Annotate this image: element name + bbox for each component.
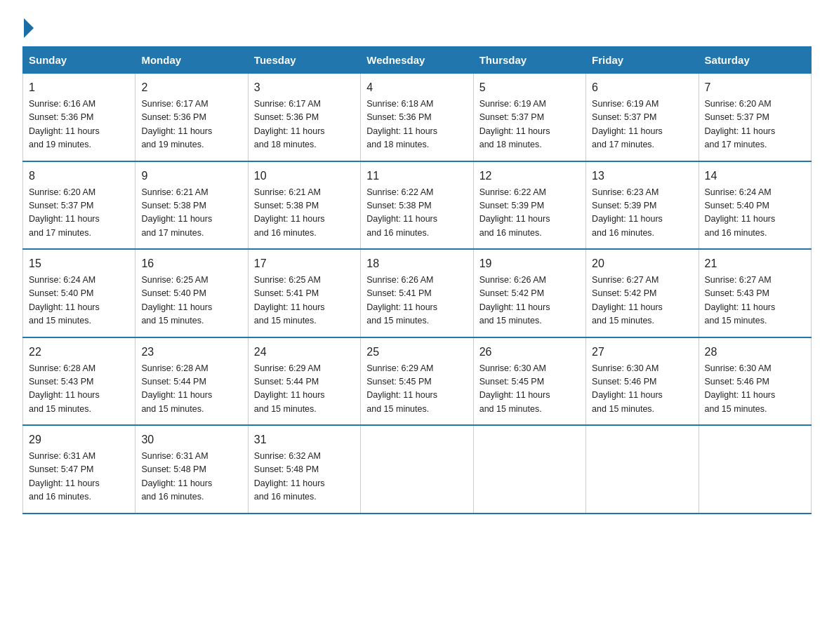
calendar-cell (473, 425, 585, 514)
calendar-cell: 30Sunrise: 6:31 AMSunset: 5:48 PMDayligh… (135, 425, 248, 514)
header-cell-thursday: Thursday (473, 47, 585, 74)
header-cell-friday: Friday (586, 47, 699, 74)
calendar-week-2: 8Sunrise: 6:20 AMSunset: 5:37 PMDaylight… (23, 161, 812, 250)
header-cell-saturday: Saturday (699, 47, 811, 74)
day-info: Sunrise: 6:28 AMSunset: 5:43 PMDaylight:… (29, 362, 129, 417)
day-info: Sunrise: 6:27 AMSunset: 5:42 PMDaylight:… (592, 274, 692, 328)
calendar-cell: 12Sunrise: 6:22 AMSunset: 5:39 PMDayligh… (473, 161, 585, 250)
calendar-cell: 24Sunrise: 6:29 AMSunset: 5:44 PMDayligh… (248, 337, 360, 426)
day-number: 2 (141, 79, 241, 96)
day-info: Sunrise: 6:29 AMSunset: 5:45 PMDaylight:… (366, 362, 467, 417)
calendar-cell: 2Sunrise: 6:17 AMSunset: 5:36 PMDaylight… (135, 74, 248, 161)
calendar-week-3: 15Sunrise: 6:24 AMSunset: 5:40 PMDayligh… (23, 249, 812, 337)
day-number: 21 (705, 255, 805, 272)
day-info: Sunrise: 6:29 AMSunset: 5:44 PMDaylight:… (254, 362, 355, 417)
day-number: 15 (29, 255, 129, 272)
day-info: Sunrise: 6:16 AMSunset: 5:36 PMDaylight:… (29, 98, 129, 152)
day-info: Sunrise: 6:31 AMSunset: 5:48 PMDaylight:… (141, 450, 241, 504)
day-info: Sunrise: 6:17 AMSunset: 5:36 PMDaylight:… (141, 98, 241, 152)
day-info: Sunrise: 6:24 AMSunset: 5:40 PMDaylight:… (29, 274, 129, 328)
calendar-cell: 10Sunrise: 6:21 AMSunset: 5:38 PMDayligh… (248, 161, 360, 250)
calendar-week-5: 29Sunrise: 6:31 AMSunset: 5:47 PMDayligh… (23, 425, 812, 514)
day-number: 14 (705, 168, 805, 185)
day-info: Sunrise: 6:18 AMSunset: 5:36 PMDaylight:… (366, 98, 467, 152)
header-cell-monday: Monday (135, 47, 248, 74)
logo-arrow-icon (24, 18, 34, 38)
day-info: Sunrise: 6:30 AMSunset: 5:45 PMDaylight:… (479, 362, 580, 417)
day-number: 25 (366, 344, 467, 361)
day-number: 20 (592, 255, 692, 272)
logo (22, 17, 34, 34)
day-info: Sunrise: 6:17 AMSunset: 5:36 PMDaylight:… (254, 98, 355, 152)
calendar-cell: 7Sunrise: 6:20 AMSunset: 5:37 PMDaylight… (699, 74, 811, 161)
day-info: Sunrise: 6:26 AMSunset: 5:41 PMDaylight:… (366, 274, 467, 328)
day-number: 8 (29, 168, 129, 185)
day-number: 18 (366, 255, 467, 272)
day-number: 31 (254, 431, 355, 448)
calendar-week-4: 22Sunrise: 6:28 AMSunset: 5:43 PMDayligh… (23, 337, 812, 426)
day-info: Sunrise: 6:28 AMSunset: 5:44 PMDaylight:… (141, 362, 241, 417)
calendar-cell: 1Sunrise: 6:16 AMSunset: 5:36 PMDaylight… (23, 74, 135, 161)
day-number: 16 (141, 255, 241, 272)
calendar-cell: 23Sunrise: 6:28 AMSunset: 5:44 PMDayligh… (135, 337, 248, 426)
calendar-cell: 13Sunrise: 6:23 AMSunset: 5:39 PMDayligh… (586, 161, 699, 250)
day-info: Sunrise: 6:24 AMSunset: 5:40 PMDaylight:… (705, 186, 805, 241)
calendar-cell: 25Sunrise: 6:29 AMSunset: 5:45 PMDayligh… (361, 337, 473, 426)
day-number: 7 (705, 79, 805, 96)
day-info: Sunrise: 6:27 AMSunset: 5:43 PMDaylight:… (705, 274, 805, 328)
day-number: 9 (141, 168, 241, 185)
calendar-cell (699, 425, 811, 514)
day-info: Sunrise: 6:25 AMSunset: 5:40 PMDaylight:… (141, 274, 241, 328)
day-info: Sunrise: 6:21 AMSunset: 5:38 PMDaylight:… (141, 186, 241, 241)
day-number: 19 (479, 255, 580, 272)
calendar-cell: 9Sunrise: 6:21 AMSunset: 5:38 PMDaylight… (135, 161, 248, 250)
header-cell-tuesday: Tuesday (248, 47, 360, 74)
day-number: 30 (141, 431, 241, 448)
day-number: 28 (705, 344, 805, 361)
day-info: Sunrise: 6:22 AMSunset: 5:39 PMDaylight:… (479, 186, 580, 241)
calendar-week-1: 1Sunrise: 6:16 AMSunset: 5:36 PMDaylight… (23, 74, 812, 161)
day-info: Sunrise: 6:22 AMSunset: 5:38 PMDaylight:… (366, 186, 467, 241)
day-info: Sunrise: 6:32 AMSunset: 5:48 PMDaylight:… (254, 450, 355, 504)
day-info: Sunrise: 6:25 AMSunset: 5:41 PMDaylight:… (254, 274, 355, 328)
calendar-cell (586, 425, 699, 514)
calendar-cell: 14Sunrise: 6:24 AMSunset: 5:40 PMDayligh… (699, 161, 811, 250)
calendar-cell: 5Sunrise: 6:19 AMSunset: 5:37 PMDaylight… (473, 74, 585, 161)
calendar-cell: 28Sunrise: 6:30 AMSunset: 5:46 PMDayligh… (699, 337, 811, 426)
header-cell-sunday: Sunday (23, 47, 135, 74)
day-number: 24 (254, 344, 355, 361)
calendar-cell: 6Sunrise: 6:19 AMSunset: 5:37 PMDaylight… (586, 74, 699, 161)
calendar-cell: 26Sunrise: 6:30 AMSunset: 5:45 PMDayligh… (473, 337, 585, 426)
calendar-cell: 31Sunrise: 6:32 AMSunset: 5:48 PMDayligh… (248, 425, 360, 514)
calendar-body: 1Sunrise: 6:16 AMSunset: 5:36 PMDaylight… (23, 74, 812, 514)
calendar-cell: 8Sunrise: 6:20 AMSunset: 5:37 PMDaylight… (23, 161, 135, 250)
calendar-cell: 19Sunrise: 6:26 AMSunset: 5:42 PMDayligh… (473, 249, 585, 337)
day-info: Sunrise: 6:23 AMSunset: 5:39 PMDaylight:… (592, 186, 692, 241)
calendar-cell: 20Sunrise: 6:27 AMSunset: 5:42 PMDayligh… (586, 249, 699, 337)
calendar-header: SundayMondayTuesdayWednesdayThursdayFrid… (23, 47, 812, 74)
calendar-table: SundayMondayTuesdayWednesdayThursdayFrid… (22, 46, 812, 514)
day-number: 22 (29, 344, 129, 361)
day-info: Sunrise: 6:20 AMSunset: 5:37 PMDaylight:… (705, 98, 805, 152)
day-number: 6 (592, 79, 692, 96)
calendar-cell: 21Sunrise: 6:27 AMSunset: 5:43 PMDayligh… (699, 249, 811, 337)
calendar-cell (361, 425, 473, 514)
day-info: Sunrise: 6:21 AMSunset: 5:38 PMDaylight:… (254, 186, 355, 241)
day-number: 13 (592, 168, 692, 185)
calendar-cell: 22Sunrise: 6:28 AMSunset: 5:43 PMDayligh… (23, 337, 135, 426)
page-header (22, 17, 812, 34)
day-number: 23 (141, 344, 241, 361)
day-number: 29 (29, 431, 129, 448)
day-info: Sunrise: 6:20 AMSunset: 5:37 PMDaylight:… (29, 186, 129, 241)
day-number: 17 (254, 255, 355, 272)
calendar-cell: 4Sunrise: 6:18 AMSunset: 5:36 PMDaylight… (361, 74, 473, 161)
calendar-cell: 18Sunrise: 6:26 AMSunset: 5:41 PMDayligh… (361, 249, 473, 337)
day-info: Sunrise: 6:30 AMSunset: 5:46 PMDaylight:… (592, 362, 692, 417)
day-info: Sunrise: 6:19 AMSunset: 5:37 PMDaylight:… (592, 98, 692, 152)
calendar-cell: 3Sunrise: 6:17 AMSunset: 5:36 PMDaylight… (248, 74, 360, 161)
day-number: 12 (479, 168, 580, 185)
header-cell-wednesday: Wednesday (361, 47, 473, 74)
calendar-cell: 27Sunrise: 6:30 AMSunset: 5:46 PMDayligh… (586, 337, 699, 426)
calendar-cell: 29Sunrise: 6:31 AMSunset: 5:47 PMDayligh… (23, 425, 135, 514)
calendar-cell: 16Sunrise: 6:25 AMSunset: 5:40 PMDayligh… (135, 249, 248, 337)
